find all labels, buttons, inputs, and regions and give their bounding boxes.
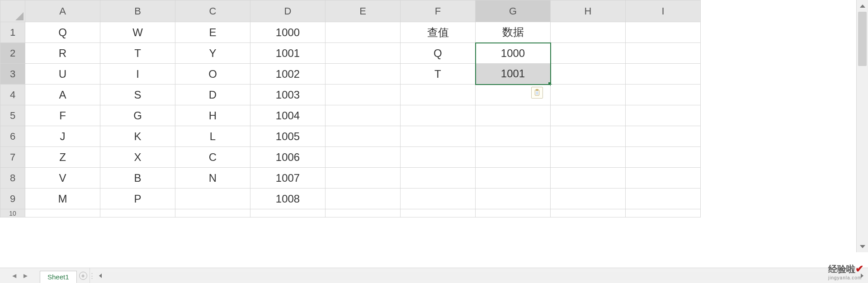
cell-C6[interactable]: L xyxy=(175,126,250,147)
cell-F2[interactable]: Q xyxy=(401,43,476,64)
col-header-F[interactable]: F xyxy=(401,0,476,22)
cell-H5[interactable] xyxy=(551,105,626,126)
cell-C8[interactable]: N xyxy=(175,168,250,189)
cell-I4[interactable] xyxy=(626,85,701,105)
row-header-10[interactable]: 10 xyxy=(0,209,25,217)
spreadsheet-grid[interactable]: A B C D E F G H I 1 Q W E 1000 查值 数据 xyxy=(0,0,701,217)
vertical-scrollbar[interactable] xyxy=(856,0,868,252)
vertical-scroll-thumb[interactable] xyxy=(858,12,867,66)
cell-A5[interactable]: F xyxy=(25,105,100,126)
cell-B5[interactable]: G xyxy=(100,105,175,126)
cell-E8[interactable] xyxy=(326,168,401,189)
cell-I8[interactable] xyxy=(626,168,701,189)
cell-I1[interactable] xyxy=(626,22,701,43)
cell-I3[interactable] xyxy=(626,64,701,85)
vertical-scroll-track[interactable] xyxy=(857,12,868,241)
row-header-6[interactable]: 6 xyxy=(0,126,25,147)
cell-A10[interactable] xyxy=(25,209,100,217)
cell-D5[interactable]: 1004 xyxy=(250,105,326,126)
cell-C1[interactable]: E xyxy=(175,22,250,43)
cell-G5[interactable] xyxy=(476,105,551,126)
cell-G3[interactable]: 1001 xyxy=(476,64,551,85)
cell-F1[interactable]: 查值 xyxy=(401,22,476,43)
cell-H7[interactable] xyxy=(551,147,626,168)
cell-E5[interactable] xyxy=(326,105,401,126)
cell-I10[interactable] xyxy=(626,209,701,217)
cell-H10[interactable] xyxy=(551,209,626,217)
col-header-B[interactable]: B xyxy=(100,0,175,22)
cell-I7[interactable] xyxy=(626,147,701,168)
row-header-7[interactable]: 7 xyxy=(0,147,25,168)
cell-H6[interactable] xyxy=(551,126,626,147)
cell-F3[interactable]: T xyxy=(401,64,476,85)
cell-H3[interactable] xyxy=(551,64,626,85)
cell-E2[interactable] xyxy=(326,43,401,64)
row-header-1[interactable]: 1 xyxy=(0,22,25,43)
cell-C3[interactable]: O xyxy=(175,64,250,85)
cell-C7[interactable]: C xyxy=(175,147,250,168)
row-header-2[interactable]: 2 xyxy=(0,43,25,64)
cell-D2[interactable]: 1001 xyxy=(250,43,326,64)
cell-I9[interactable] xyxy=(626,189,701,209)
cell-B2[interactable]: T xyxy=(100,43,175,64)
col-header-I[interactable]: I xyxy=(626,0,701,22)
cell-D8[interactable]: 1007 xyxy=(250,168,326,189)
cell-I6[interactable] xyxy=(626,126,701,147)
cell-G2[interactable]: 1000 xyxy=(476,43,551,64)
cell-F5[interactable] xyxy=(401,105,476,126)
cell-G7[interactable] xyxy=(476,147,551,168)
cell-F10[interactable] xyxy=(401,209,476,217)
col-header-A[interactable]: A xyxy=(25,0,100,22)
cell-H9[interactable] xyxy=(551,189,626,209)
cell-C9[interactable] xyxy=(175,189,250,209)
cell-B3[interactable]: I xyxy=(100,64,175,85)
cell-E9[interactable] xyxy=(326,189,401,209)
cell-H4[interactable] xyxy=(551,85,626,105)
tab-nav-next[interactable]: ► xyxy=(21,272,30,279)
scroll-up-button[interactable] xyxy=(857,0,868,12)
cell-D4[interactable]: 1003 xyxy=(250,85,326,105)
cell-E3[interactable] xyxy=(326,64,401,85)
cell-B7[interactable]: X xyxy=(100,147,175,168)
cell-H2[interactable] xyxy=(551,43,626,64)
cell-A9[interactable]: M xyxy=(25,189,100,209)
cell-A2[interactable]: R xyxy=(25,43,100,64)
cell-B1[interactable]: W xyxy=(100,22,175,43)
col-header-D[interactable]: D xyxy=(250,0,326,22)
cell-H8[interactable] xyxy=(551,168,626,189)
cell-F7[interactable] xyxy=(401,147,476,168)
scroll-down-button[interactable] xyxy=(857,241,868,252)
cell-C5[interactable]: H xyxy=(175,105,250,126)
row-header-3[interactable]: 3 xyxy=(0,64,25,85)
cell-E1[interactable] xyxy=(326,22,401,43)
horizontal-scrollbar[interactable] xyxy=(96,272,866,280)
cell-D10[interactable] xyxy=(250,209,326,217)
cell-I5[interactable] xyxy=(626,105,701,126)
cell-G1[interactable]: 数据 xyxy=(476,22,551,43)
cell-B4[interactable]: S xyxy=(100,85,175,105)
row-header-4[interactable]: 4 xyxy=(0,85,25,105)
cell-A7[interactable]: Z xyxy=(25,147,100,168)
cell-E6[interactable] xyxy=(326,126,401,147)
cell-B9[interactable]: P xyxy=(100,189,175,209)
cell-F8[interactable] xyxy=(401,168,476,189)
cell-D7[interactable]: 1006 xyxy=(250,147,326,168)
cell-B8[interactable]: B xyxy=(100,168,175,189)
cell-H1[interactable] xyxy=(551,22,626,43)
cell-C2[interactable]: Y xyxy=(175,43,250,64)
cell-B10[interactable] xyxy=(100,209,175,217)
cell-A8[interactable]: V xyxy=(25,168,100,189)
cell-D9[interactable]: 1008 xyxy=(250,189,326,209)
tab-nav-prev[interactable]: ◄ xyxy=(10,272,19,279)
col-header-C[interactable]: C xyxy=(175,0,250,22)
scroll-right-button[interactable] xyxy=(858,272,866,280)
paste-options-button[interactable] xyxy=(531,87,543,99)
sheet-tab-sheet1[interactable]: Sheet1 xyxy=(40,271,77,283)
cell-I2[interactable] xyxy=(626,43,701,64)
cell-E7[interactable] xyxy=(326,147,401,168)
cell-G8[interactable] xyxy=(476,168,551,189)
cell-D1[interactable]: 1000 xyxy=(250,22,326,43)
select-all-corner[interactable] xyxy=(0,0,25,22)
cell-D3[interactable]: 1002 xyxy=(250,64,326,85)
cell-A4[interactable]: A xyxy=(25,85,100,105)
